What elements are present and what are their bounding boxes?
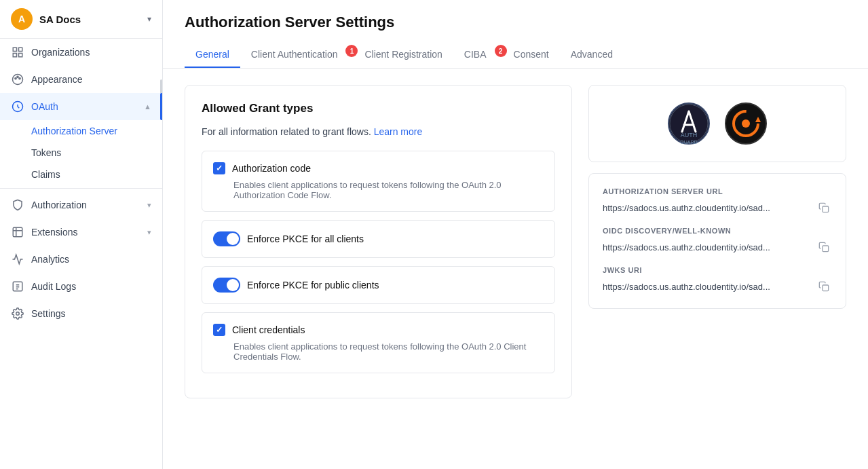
info-card: AUTHORIZATION SERVER URL https://sadocs.… (588, 173, 846, 309)
section-description: For all information related to grant flo… (202, 126, 555, 137)
main-content: Authorization Server Settings General Cl… (163, 0, 868, 469)
tab-general[interactable]: General (185, 42, 240, 68)
toggle-thumb-2 (227, 279, 239, 291)
client-credentials-desc: Enables client applications to request t… (213, 341, 544, 362)
sidebar-item-claims[interactable]: Claims (31, 164, 162, 185)
grant-authorization-code: Authorization code Enables client applic… (202, 151, 555, 212)
workspace-logo: A (11, 8, 33, 30)
grant-enforce-pkce-public: Enforce PKCE for public clients (202, 266, 555, 304)
analytics-label: Analytics (31, 254, 151, 265)
appearance-label: Appearance (31, 74, 151, 85)
oauth-subnav: Authorization Server Tokens Claims (0, 120, 162, 185)
tab-ciba[interactable]: CIBA 2 (453, 42, 503, 68)
jwks-row: JWKS URI https://sadocs.us.authz.clouden… (603, 266, 832, 295)
oidc-url-value: https://sadocs.us.authz.cloudentity.io/s… (603, 242, 810, 252)
svg-rect-2 (13, 54, 16, 57)
palette-icon (11, 73, 24, 86)
sidebar-item-authorization-server[interactable]: Authorization Server (31, 120, 162, 142)
extensions-chevron-icon: ▾ (147, 228, 151, 237)
authorization-code-checkbox[interactable] (213, 162, 225, 174)
toggle-thumb (227, 233, 239, 245)
grant-authorization-code-header: Authorization code (213, 162, 544, 174)
auth-server-url-row: AUTHORIZATION SERVER URL https://sadocs.… (603, 187, 832, 216)
oidc-value-row: https://sadocs.us.authz.cloudentity.io/s… (603, 239, 832, 255)
grant-enforce-pkce-all: Enforce PKCE for all clients (202, 220, 555, 258)
right-panel: AUTH GUARD AUTHORIZATION SERVER URL http… (588, 85, 846, 453)
workspace-chevron-icon: ▾ (147, 14, 151, 24)
auth-server-url-value-row: https://sadocs.us.authz.cloudentity.io/s… (603, 200, 832, 216)
sidebar-item-extensions[interactable]: Extensions ▾ (0, 219, 162, 246)
sidebar: A SA Docs ▾ Organizations Appearance OAu… (0, 0, 163, 469)
extensions-icon (11, 225, 24, 239)
auth-server-url-value: https://sadocs.us.authz.cloudentity.io/s… (603, 203, 810, 213)
settings-icon (11, 307, 24, 320)
enforce-pkce-all-label: Enforce PKCE for all clients (247, 233, 364, 244)
sidebar-item-analytics[interactable]: Analytics (0, 246, 162, 273)
jwks-url-copy-button[interactable] (816, 278, 832, 295)
grant-types-card: Allowed Grant types For all information … (185, 85, 572, 398)
tab-client-auth[interactable]: Client Authentication 1 (240, 42, 354, 68)
auth-server-url-label: AUTHORIZATION SERVER URL (603, 187, 832, 195)
jwks-url-value: https://sadocs.us.authz.cloudentity.io/s… (603, 282, 810, 292)
svg-text:AUTH: AUTH (681, 132, 698, 138)
svg-text:GUARD: GUARD (680, 140, 697, 145)
oidc-row: OIDC DISCOVERY/WELL-KNOWN https://sadocs… (603, 227, 832, 255)
enforce-pkce-all-toggle[interactable] (213, 231, 240, 246)
analytics-icon (11, 252, 24, 266)
svg-rect-22 (823, 246, 829, 252)
client-credentials-label: Client credentials (232, 324, 305, 335)
tabs: General Client Authentication 1 Client R… (185, 42, 846, 68)
authorization-label: Authorization (31, 200, 140, 210)
tab-consent[interactable]: Consent (503, 42, 560, 68)
oidc-url-copy-button[interactable] (816, 239, 832, 255)
oidc-label: OIDC DISCOVERY/WELL-KNOWN (603, 227, 832, 235)
section-title: Allowed Grant types (202, 102, 555, 115)
sidebar-item-appearance[interactable]: Appearance (0, 66, 162, 93)
enforce-pkce-public-header: Enforce PKCE for public clients (213, 278, 544, 293)
sidebar-item-settings[interactable]: Settings (0, 300, 162, 327)
workspace-header[interactable]: A SA Docs ▾ (0, 0, 162, 39)
grant-client-credentials: Client credentials Enables client applic… (202, 312, 555, 373)
svg-point-4 (15, 77, 16, 79)
jwks-label: JWKS URI (603, 266, 832, 274)
left-panel: Allowed Grant types For all information … (185, 85, 572, 453)
sidebar-item-oauth[interactable]: OAuth ▲ (0, 93, 162, 120)
enforce-pkce-public-toggle[interactable] (213, 278, 240, 293)
divider (0, 188, 162, 189)
auth-server-url-copy-button[interactable] (816, 200, 832, 216)
oauth-icon (11, 100, 24, 113)
logo-card: AUTH GUARD (588, 85, 846, 162)
svg-rect-3 (19, 54, 22, 57)
enforce-pkce-public-label: Enforce PKCE for public clients (247, 280, 379, 290)
authorization-code-label: Authorization code (232, 163, 311, 174)
audit-logs-label: Audit Logs (31, 281, 151, 292)
main-header: Authorization Server Settings General Cl… (163, 0, 868, 69)
sidebar-item-authorization[interactable]: Authorization ▾ (0, 191, 162, 219)
jwks-value-row: https://sadocs.us.authz.cloudentity.io/s… (603, 278, 832, 295)
svg-point-5 (17, 76, 18, 77)
svg-rect-1 (19, 48, 22, 51)
svg-point-6 (19, 77, 20, 79)
audit-icon (11, 280, 24, 293)
svg-rect-0 (13, 48, 16, 51)
authguard-logo: AUTH GUARD (667, 102, 711, 145)
svg-rect-21 (823, 206, 829, 212)
sidebar-item-organizations[interactable]: Organizations (0, 39, 162, 66)
sidebar-item-audit-logs[interactable]: Audit Logs (0, 273, 162, 300)
svg-point-12 (16, 312, 20, 316)
client-credentials-checkbox[interactable] (213, 324, 225, 336)
main-body: Allowed Grant types For all information … (163, 69, 868, 469)
tab-client-reg[interactable]: Client Registration (354, 42, 453, 68)
page-title: Authorization Server Settings (185, 14, 846, 31)
grid-icon (11, 45, 24, 59)
authorization-code-desc: Enables client applications to request t… (213, 180, 544, 200)
oauth-chevron-icon: ▲ (144, 102, 151, 111)
enforce-pkce-all-header: Enforce PKCE for all clients (213, 231, 544, 246)
oauth-label: OAuth (31, 101, 137, 112)
organizations-label: Organizations (31, 47, 151, 58)
tab-advanced[interactable]: Advanced (560, 42, 624, 68)
extensions-label: Extensions (31, 227, 140, 238)
oidc-logo (724, 102, 768, 145)
sidebar-item-tokens[interactable]: Tokens (31, 142, 162, 164)
learn-more-link[interactable]: Learn more (374, 126, 423, 137)
